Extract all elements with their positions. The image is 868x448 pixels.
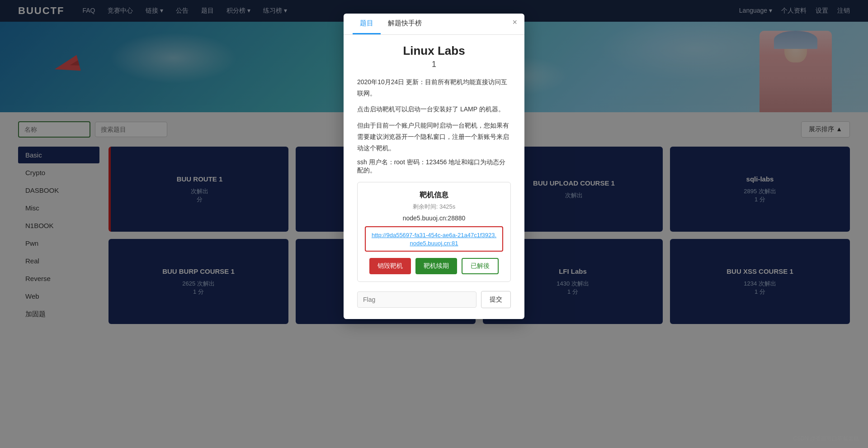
- extend-button[interactable]: 靶机续期: [415, 258, 457, 274]
- modal-overlay[interactable]: 题目 解题快手榜 × Linux Labs 1 2020年10月24日 更新：目…: [0, 0, 868, 447]
- modal-desc-2: 点击启动靶机可以启动一台安装好了 LAMP 的机器。: [357, 104, 511, 115]
- target-box-title: 靶机信息: [365, 191, 503, 200]
- modal-desc-3: 但由于目前一个账户只能同时启动一台靶机，您如果有需要建议浏览器开一个隐私窗口，注…: [357, 120, 511, 154]
- watermark: CSDN @香甜可口草莓蛋糕: [793, 435, 859, 443]
- target-time: 剩余时间: 3425s: [365, 203, 503, 211]
- modal-body: Linux Labs 1 2020年10月24日 更新：目前所有靶机均能直接访问…: [344, 35, 524, 319]
- target-node: node5.buuoj.cn:28880: [365, 214, 503, 222]
- modal-subtitle: 1: [357, 60, 511, 69]
- modal-close-button[interactable]: ×: [512, 18, 517, 26]
- solved-button[interactable]: 已解後: [462, 258, 499, 274]
- modal-tabs: 题目 解题快手榜 ×: [344, 14, 524, 35]
- flag-row: 提交: [357, 291, 511, 308]
- modal-title: Linux Labs: [357, 44, 511, 58]
- destroy-button[interactable]: 销毁靶机: [369, 258, 411, 274]
- tab-leaderboard[interactable]: 解题快手榜: [381, 14, 429, 34]
- target-url-link[interactable]: http://9da55697-fa31-454c-ae6a-21a47c1f3…: [372, 232, 496, 247]
- modal: 题目 解题快手榜 × Linux Labs 1 2020年10月24日 更新：目…: [344, 14, 524, 319]
- flag-submit-button[interactable]: 提交: [481, 291, 511, 308]
- modal-ssh: ssh 用户名：root 密码：123456 地址和端口为动态分配的。: [357, 158, 511, 175]
- target-box: 靶机信息 剩余时间: 3425s node5.buuoj.cn:28880 ht…: [357, 182, 511, 282]
- flag-input[interactable]: [357, 291, 476, 308]
- target-url-box: http://9da55697-fa31-454c-ae6a-21a47c1f3…: [365, 226, 503, 252]
- modal-desc-1: 2020年10月24日 更新：目前所有靶机均能直接访问互联网。: [357, 76, 511, 99]
- target-actions: 销毁靶机 靶机续期 已解後: [365, 258, 503, 274]
- tab-problem[interactable]: 题目: [353, 14, 381, 34]
